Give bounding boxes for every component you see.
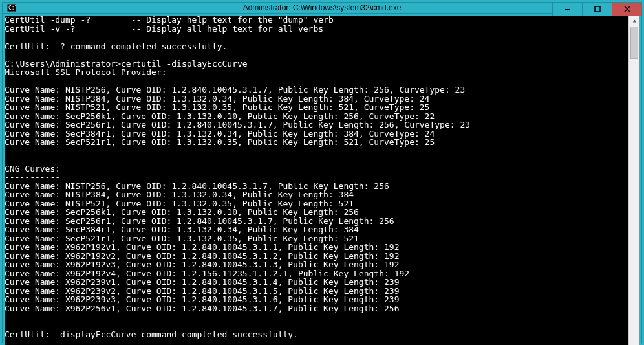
scroll-track[interactable] (629, 27, 639, 345)
svg-rect-2 (565, 9, 570, 10)
vertical-scrollbar[interactable] (628, 16, 639, 345)
window-buttons (552, 3, 641, 16)
maximize-button[interactable] (582, 3, 612, 16)
svg-text:C:\: C:\ (8, 5, 16, 11)
close-button[interactable] (612, 3, 641, 16)
client-area: CertUtil -dump -? -- Display help text f… (3, 14, 641, 345)
console-output[interactable]: CertUtil -dump -? -- Display help text f… (5, 16, 628, 345)
svg-rect-3 (595, 6, 600, 12)
minimize-button[interactable] (552, 3, 582, 16)
scroll-thumb[interactable] (630, 27, 638, 59)
console-wrap: CertUtil -dump -? -- Display help text f… (5, 16, 639, 345)
cmd-window: C:\ Administrator: C:\Windows\system32\c… (2, 2, 642, 343)
window-title: Administrator: C:\Windows\system32\cmd.e… (243, 3, 402, 12)
svg-marker-6 (632, 19, 636, 22)
cmd-icon: C:\ (6, 3, 17, 13)
titlebar[interactable]: C:\ Administrator: C:\Windows\system32\c… (3, 3, 641, 14)
scroll-up-button[interactable] (629, 16, 639, 27)
